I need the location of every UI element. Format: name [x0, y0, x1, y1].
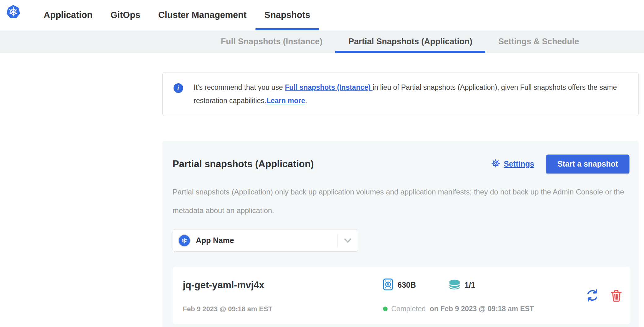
- tab-settings-schedule[interactable]: Settings & Schedule: [485, 30, 592, 53]
- kubernetes-logo: [6, 4, 20, 19]
- snapshot-status: Completed on Feb 9 2023 @ 09:18 am EST: [383, 305, 584, 313]
- full-snapshots-link[interactable]: Full snapshots (Instance): [285, 83, 373, 91]
- start-snapshot-button[interactable]: Start a snapshot: [546, 155, 629, 173]
- delete-snapshot-button[interactable]: [611, 289, 622, 302]
- status-finished: on Feb 9 2023 @ 09:18 am EST: [430, 305, 534, 313]
- panel-title: Partial snapshots (Application): [173, 159, 314, 170]
- banner-text: It’s recommend that you use Full snapsho…: [194, 81, 626, 107]
- chevron-down-icon[interactable]: [337, 238, 358, 243]
- nav-item-cluster-management[interactable]: Cluster Management: [149, 0, 255, 30]
- app-name-selector[interactable]: App Name: [173, 229, 358, 252]
- nav-item-gitops[interactable]: GitOps: [101, 0, 149, 30]
- database-icon: [449, 279, 460, 291]
- trash-icon: [611, 298, 622, 303]
- snapshot-volumes: 1/1: [449, 279, 475, 291]
- info-icon: i: [174, 83, 183, 93]
- partial-snapshots-panel: Partial snapshots (Application): [162, 141, 639, 327]
- snapshot-name: jq-get-yaml-mvj4x: [183, 280, 383, 291]
- settings-label: Settings: [504, 159, 535, 168]
- learn-more-link[interactable]: Learn more: [266, 97, 305, 105]
- nav-item-snapshots[interactable]: Snapshots: [255, 0, 319, 30]
- restore-icon: [586, 299, 599, 303]
- app-selector-value: App Name: [196, 236, 234, 245]
- status-label: Completed: [391, 305, 426, 313]
- disk-icon: [383, 278, 393, 292]
- main-nav: Application GitOps Cluster Management Sn…: [35, 0, 319, 30]
- settings-link[interactable]: Settings: [491, 159, 535, 169]
- tab-partial-snapshots[interactable]: Partial Snapshots (Application): [335, 30, 485, 53]
- snapshot-volumes-value: 1/1: [465, 281, 475, 290]
- top-nav: Application GitOps Cluster Management Sn…: [0, 0, 644, 30]
- banner-text-before: It’s recommend that you use: [194, 83, 285, 91]
- gear-icon: [491, 159, 500, 169]
- snapshot-row: jq-get-yaml-mvj4x 630B: [173, 267, 630, 324]
- snapshot-actions: [584, 289, 630, 302]
- tab-full-snapshots[interactable]: Full Snapshots (Instance): [208, 30, 336, 53]
- snapshot-size: 630B: [383, 278, 416, 292]
- snapshot-started: Feb 9 2023 @ 09:18 am EST: [183, 305, 383, 313]
- green-dot: [383, 307, 388, 311]
- recommendation-banner: i It’s recommend that you use Full snaps…: [162, 72, 639, 116]
- panel-description: Partial snapshots (Application) only bac…: [173, 183, 629, 220]
- restore-snapshot-button[interactable]: [586, 289, 599, 302]
- snapshot-size-value: 630B: [397, 281, 416, 290]
- banner-text-after: .: [305, 97, 307, 105]
- nav-item-application[interactable]: Application: [35, 0, 101, 30]
- kubernetes-icon: [178, 234, 191, 247]
- snapshots-tab-bar: Full Snapshots (Instance) Partial Snapsh…: [0, 30, 644, 53]
